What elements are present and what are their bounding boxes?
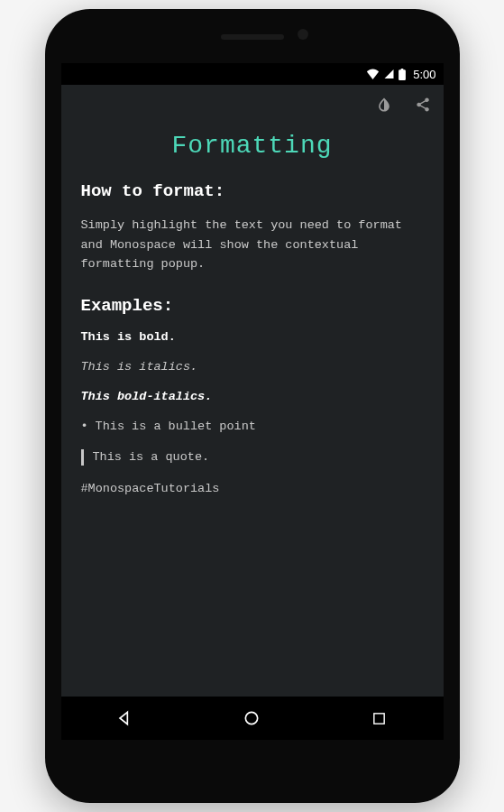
wifi-icon bbox=[366, 69, 380, 79]
example-bold-italic: This bold-italics. bbox=[81, 390, 424, 403]
navigation-bar bbox=[61, 697, 444, 740]
how-to-body: Simply highlight the text you need to fo… bbox=[81, 216, 424, 274]
phone-device-frame: 5:00 Formatting How to format: Simply hi… bbox=[45, 9, 460, 803]
example-quote: This is a quote. bbox=[81, 449, 424, 466]
how-to-heading: How to format: bbox=[81, 181, 424, 201]
screen: 5:00 Formatting How to format: Simply hi… bbox=[61, 63, 444, 740]
example-hashtag: #MonospaceTutorials bbox=[81, 482, 424, 495]
bullet-dot-icon: • bbox=[81, 420, 88, 433]
example-bullet: • This is a bullet point bbox=[81, 420, 424, 433]
bullet-text: This is a bullet point bbox=[96, 420, 256, 433]
signal-icon bbox=[383, 69, 395, 79]
example-italic: This is italics. bbox=[81, 360, 424, 374]
quote-text: This is a quote. bbox=[93, 450, 210, 464]
svg-point-0 bbox=[246, 712, 258, 724]
status-bar: 5:00 bbox=[61, 63, 444, 85]
status-time: 5:00 bbox=[413, 68, 435, 81]
battery-icon bbox=[399, 69, 406, 80]
invert-colors-icon[interactable] bbox=[375, 96, 393, 114]
page-title: Formatting bbox=[81, 132, 424, 160]
share-icon[interactable] bbox=[415, 97, 431, 113]
home-button[interactable] bbox=[225, 697, 279, 740]
recents-button[interactable] bbox=[353, 697, 407, 740]
app-bar bbox=[61, 85, 444, 125]
example-bold: This is bold. bbox=[81, 330, 424, 344]
svg-rect-1 bbox=[374, 713, 384, 723]
examples-heading: Examples: bbox=[81, 296, 424, 316]
content-area[interactable]: Formatting How to format: Simply highlig… bbox=[61, 125, 444, 530]
quote-bar-icon bbox=[81, 449, 84, 466]
back-button[interactable] bbox=[97, 697, 151, 740]
